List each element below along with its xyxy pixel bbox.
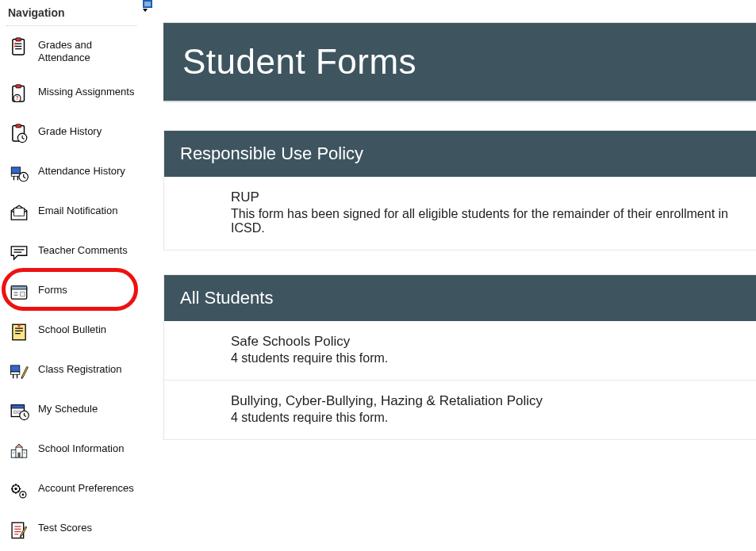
form-description: This form has been signed for all eligib… (231, 207, 740, 235)
collapse-sidebar-icon[interactable] (143, 0, 155, 13)
sidebar-item-label: Forms (38, 282, 135, 297)
sidebar-item-label: Class Registration (38, 362, 135, 376)
school-building-icon (8, 441, 30, 461)
calendar-clock-icon (8, 401, 30, 422)
sidebar-item-account-preferences[interactable]: Account Preferences (6, 476, 136, 506)
sidebar-item-attendance-history[interactable]: Attendance History (6, 159, 136, 189)
sidebar-item-label: Grade History (38, 124, 135, 138)
svg-rect-9 (11, 166, 20, 173)
sidebar-item-missing-assignments[interactable]: ? Missing Assignments (6, 79, 136, 109)
sidebar-item-my-schedule[interactable]: My Schedule (6, 396, 136, 427)
section-body: RUP This form has been signed for all el… (164, 177, 756, 250)
form-window-icon (8, 282, 30, 303)
sidebar-item-forms[interactable]: Forms (6, 277, 136, 308)
sidebar-item-school-information[interactable]: School Information (6, 436, 136, 466)
section-responsible-use-policy: Responsible Use Policy RUP This form has… (163, 130, 756, 251)
speech-bubble-icon (8, 243, 30, 263)
svg-point-32 (22, 493, 25, 496)
page-title-panel: Student Forms (163, 22, 756, 101)
form-title: Safe Schools Policy (231, 334, 740, 350)
sidebar-item-grade-history[interactable]: Grade History (6, 119, 136, 149)
gears-icon (8, 480, 30, 501)
section-body: Safe Schools Policy 4 students require t… (164, 321, 756, 439)
desk-pencil-icon (8, 362, 30, 382)
svg-point-17 (17, 324, 20, 327)
sidebar-item-label: Email Notification (38, 203, 135, 217)
section-header: Responsible Use Policy (164, 131, 756, 177)
section-header: All Students (164, 275, 756, 321)
svg-rect-0 (13, 39, 25, 55)
form-row[interactable]: Bullying, Cyber-Bullying, Hazing & Retal… (164, 380, 756, 439)
sidebar-item-email-notification[interactable]: Email Notification (6, 198, 136, 228)
svg-rect-15 (21, 292, 25, 297)
form-description: 4 students require this form. (231, 351, 740, 365)
sidebar-item-label: Missing Assignments (38, 84, 135, 98)
form-title: RUP (231, 189, 740, 205)
sidebar-item-test-scores[interactable]: Test Scores (6, 515, 136, 545)
svg-rect-21 (11, 404, 24, 408)
svg-rect-14 (11, 285, 27, 289)
svg-rect-19 (10, 372, 19, 374)
sidebar-item-teacher-comments[interactable]: Teacher Comments (6, 238, 136, 268)
form-row[interactable]: Safe Schools Policy 4 students require t… (164, 321, 756, 380)
sidebar-item-class-registration[interactable]: Class Registration (6, 357, 136, 387)
clipboard-clock-icon (8, 124, 30, 144)
svg-rect-26 (17, 452, 20, 457)
sidebar-item-label: School Information (38, 441, 135, 455)
clipboard-question-icon: ? (8, 84, 30, 105)
main-content: Student Forms Responsible Use Policy RUP… (143, 0, 756, 551)
sidebar-item-label: Account Preferences (38, 480, 135, 495)
svg-point-30 (14, 487, 17, 489)
sidebar-item-label: Test Scores (38, 520, 135, 534)
sidebar: Navigation Grades and Attendance ? Missi… (0, 0, 143, 551)
sidebar-item-label: Grades and Attendance (38, 37, 135, 65)
sidebar-item-grades-attendance[interactable]: Grades and Attendance (6, 33, 136, 70)
envelope-icon (8, 203, 30, 224)
svg-rect-12 (14, 208, 25, 216)
sidebar-item-label: Teacher Comments (38, 243, 135, 257)
bulletin-icon (8, 322, 30, 342)
sidebar-item-label: School Bulletin (38, 322, 135, 336)
svg-rect-18 (10, 365, 19, 371)
nav-title: Navigation (6, 5, 136, 26)
test-sheet-icon (8, 520, 30, 541)
svg-rect-3 (16, 84, 21, 87)
sidebar-item-school-bulletin[interactable]: School Bulletin (6, 317, 136, 347)
sidebar-item-label: Attendance History (38, 163, 135, 178)
section-all-students: All Students Safe Schools Policy 4 stude… (163, 274, 756, 440)
svg-rect-28 (24, 451, 25, 453)
form-row[interactable]: RUP This form has been signed for all el… (164, 177, 756, 250)
desk-clock-icon (8, 163, 30, 184)
page-title: Student Forms (182, 42, 737, 82)
svg-rect-27 (13, 451, 14, 453)
svg-rect-7 (16, 124, 21, 127)
sidebar-item-label: My Schedule (38, 401, 135, 415)
svg-text:?: ? (16, 95, 19, 101)
svg-rect-1 (16, 38, 21, 41)
form-title: Bullying, Cyber-Bullying, Hazing & Retal… (231, 393, 740, 409)
clipboard-check-icon (8, 37, 30, 58)
form-description: 4 students require this form. (231, 411, 740, 425)
